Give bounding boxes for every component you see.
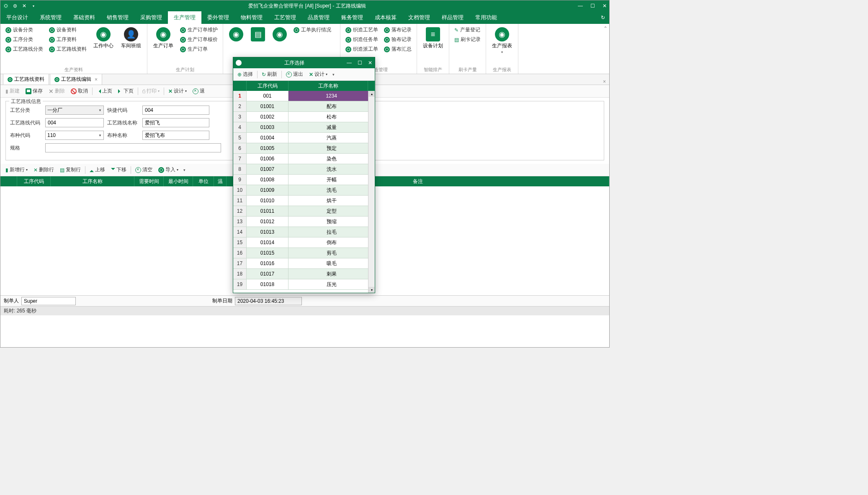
delete-row-button[interactable]: ✕删除行 [31, 165, 57, 175]
ribbon-item[interactable]: 织造工艺单 [344, 26, 380, 34]
table-row[interactable]: 801007洗水 [233, 164, 375, 175]
table-row[interactable]: 701006染色 [233, 154, 375, 164]
next-button[interactable]: 下页 [116, 86, 136, 96]
menu-item-10[interactable]: 账务管理 [335, 11, 369, 24]
output-register-item[interactable]: ✎产量登记 [453, 26, 482, 34]
ribbon-collapse-button[interactable]: ⌃ [602, 24, 609, 74]
overflow-indicator[interactable]: ▾ [332, 72, 335, 77]
menu-item-14[interactable]: 常用功能 [469, 11, 503, 24]
table-row[interactable]: 901008开幅 [233, 175, 375, 185]
ribbon-item[interactable]: 落布汇总 [382, 45, 413, 54]
import-button[interactable]: 导入▾ [156, 165, 181, 175]
fabricname-input[interactable] [142, 131, 209, 140]
col-temp[interactable]: 温 [214, 176, 227, 186]
col-process-name[interactable]: 工序名称 [51, 176, 134, 186]
menu-item-0[interactable]: 平台设计 [0, 11, 34, 24]
workshop-team-button[interactable]: 👤 车间班组 [118, 26, 144, 51]
maximize-button[interactable]: ☐ [358, 60, 362, 66]
ribbon-item[interactable]: 工艺路线资料 [47, 45, 88, 54]
ribbon-item[interactable]: 工艺路线分类 [4, 45, 45, 54]
menu-item-5[interactable]: 生产管理 [168, 11, 201, 24]
menu-item-8[interactable]: 工艺管理 [268, 11, 302, 24]
category-select[interactable]: 一分厂▼ [45, 106, 104, 115]
production-report-button[interactable]: ◉ 生产报表 ▾ [489, 26, 515, 56]
production-order-button[interactable]: ◉ 生产订单 [151, 26, 176, 51]
table-row[interactable]: 10011234 [233, 91, 375, 101]
ribbon-item[interactable]: 验布记录 [382, 35, 413, 44]
col-rownum[interactable] [233, 81, 247, 91]
select-button[interactable]: ⊕选择 [235, 70, 255, 79]
wrench-icon[interactable]: ✕ [21, 3, 27, 9]
fabriccode-select[interactable]: 110▼ [45, 131, 104, 140]
maximize-button[interactable]: ☐ [590, 3, 595, 9]
menu-item-7[interactable]: 物料管理 [235, 11, 268, 24]
ribbon-item[interactable]: 织造派工单 [344, 45, 380, 54]
new-button[interactable]: ▮新建 [3, 86, 22, 96]
equipment-plan-button[interactable]: ≡ 设备计划 [420, 26, 446, 51]
table-row[interactable]: 601005预定 [233, 143, 375, 154]
dialog-titlebar[interactable]: 工序选择 — ☐ ✕ [233, 57, 375, 68]
creator-input[interactable] [21, 297, 76, 305]
scrollbar[interactable]: ▴ ▾ [368, 91, 375, 293]
ribbon-item[interactable]: 生产订单 [178, 45, 219, 54]
overflow-indicator[interactable]: ▾ [183, 168, 185, 172]
menu-item-1[interactable]: 系统管理 [34, 11, 67, 24]
menu-item-12[interactable]: 文档管理 [402, 11, 436, 24]
cancel-button[interactable]: 取消 [68, 86, 90, 96]
tab-route-edit[interactable]: 工艺路线编辑 × [50, 74, 102, 85]
col-process-code[interactable]: 工序代码 [17, 176, 51, 186]
menu-item-6[interactable]: 委外管理 [201, 11, 235, 24]
col-unit[interactable]: 单位 [193, 176, 214, 186]
table-row[interactable]: 1001009洗毛 [233, 185, 375, 196]
table-row[interactable]: 501004汽蒸 [233, 133, 375, 143]
move-down-button[interactable]: 下移 [108, 165, 129, 175]
menu-item-9[interactable]: 品质管理 [302, 11, 335, 24]
misc-big-2[interactable]: ▤ [248, 26, 268, 43]
move-up-button[interactable]: 上移 [87, 165, 108, 175]
ribbon-item[interactable]: 设备分类 [4, 26, 45, 34]
card-record-item[interactable]: ▤刷卡记录 [453, 35, 482, 44]
spec-input[interactable] [45, 143, 221, 152]
table-row[interactable]: 1101010烘干 [233, 196, 375, 206]
globe-icon[interactable] [3, 3, 9, 9]
add-row-button[interactable]: ▮新增行▾ [3, 165, 30, 175]
copy-row-button[interactable]: ▤复制行 [57, 165, 83, 175]
col-min-time[interactable]: 最小时间 [164, 176, 193, 186]
disk-icon[interactable]: ⊜ [12, 3, 18, 9]
tab-route-data[interactable]: 工艺路线资料 [3, 74, 49, 85]
refresh-icon[interactable]: ↻ [597, 11, 609, 24]
menu-item-2[interactable]: 基础资料 [67, 11, 101, 24]
ribbon-item[interactable]: 织造任务单 [344, 35, 380, 44]
dropdown-icon[interactable]: ▾ [31, 3, 36, 9]
ribbon-item[interactable]: 生产订单维护 [178, 26, 219, 34]
table-row[interactable]: 201001配布 [233, 101, 375, 112]
table-row[interactable]: 1701016吸毛 [233, 258, 375, 269]
print-button[interactable]: ⎙打印▾ [140, 86, 162, 96]
close-button[interactable]: ✕ [603, 3, 607, 9]
ribbon-item[interactable]: 工序分类 [4, 35, 45, 44]
misc-big-3[interactable]: ◉ [270, 26, 289, 43]
misc-big-1[interactable]: ◉ [227, 26, 246, 43]
menu-item-13[interactable]: 样品管理 [436, 11, 469, 24]
minimize-button[interactable]: — [578, 3, 583, 9]
clear-button[interactable]: 清空 [133, 165, 155, 175]
table-row[interactable]: 1501014倒布 [233, 237, 375, 248]
table-row[interactable]: 1201011定型 [233, 206, 375, 217]
refresh-button[interactable]: ↻刷新 [259, 70, 280, 79]
menu-item-11[interactable]: 成本核算 [369, 11, 402, 24]
exit-button[interactable]: 退 [190, 86, 207, 96]
col-rownum[interactable] [0, 176, 17, 186]
save-button[interactable]: 保存 [23, 86, 45, 96]
work-center-button[interactable]: ◉ 工作中心 [91, 26, 116, 51]
table-row[interactable]: 1601015剪毛 [233, 248, 375, 258]
table-row[interactable]: 1901018压光 [233, 279, 375, 290]
table-row[interactable]: 301002松布 [233, 112, 375, 122]
routecode-input[interactable] [45, 118, 104, 127]
ribbon-item[interactable]: 工序资料 [47, 35, 88, 44]
close-button[interactable]: ✕ [368, 60, 372, 66]
close-all-button[interactable]: × [600, 79, 609, 85]
design-button[interactable]: ✕设计▾ [166, 86, 189, 96]
col-process-code[interactable]: 工序代码 [247, 81, 288, 91]
dialog-exit-button[interactable]: 退出 [283, 70, 306, 79]
scroll-down-button[interactable]: ▾ [368, 287, 375, 293]
